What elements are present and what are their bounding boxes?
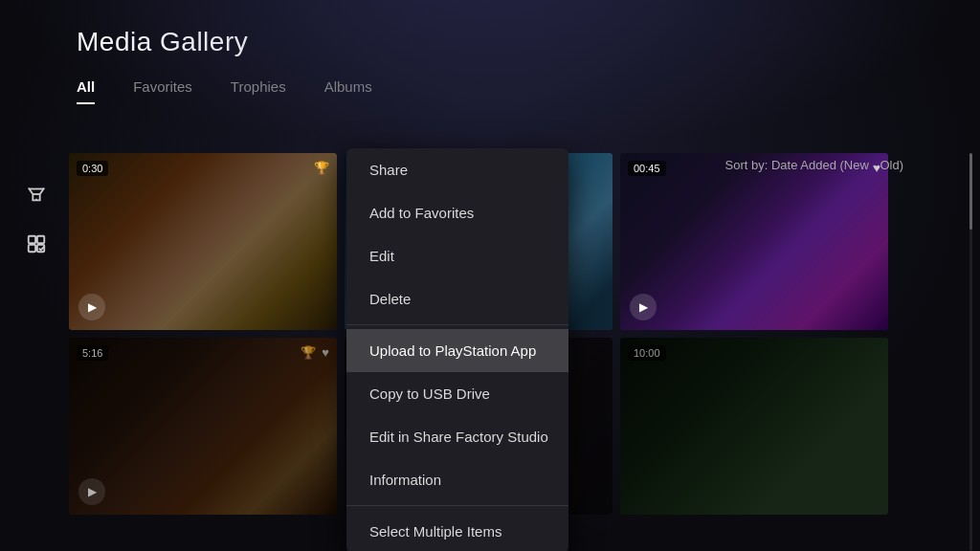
trophy-icon: 🏆 [301, 345, 316, 360]
trophy-icon: 🏆 [314, 161, 329, 175]
sidebar [19, 177, 54, 261]
tab-all[interactable]: All [77, 78, 95, 102]
menu-item-information[interactable]: Information [346, 458, 568, 501]
sort-label: Sort by: Date Added (New - Old) [725, 158, 903, 172]
menu-item-share[interactable]: Share [346, 148, 568, 191]
select-icon[interactable] [19, 227, 54, 261]
filter-icon[interactable] [19, 177, 54, 211]
play-icon[interactable]: ▶ [630, 294, 657, 320]
scrollbar[interactable] [969, 153, 972, 551]
duration-badge: 00:45 [628, 161, 666, 176]
menu-item-edit[interactable]: Edit [346, 234, 568, 277]
duration-badge: 0:30 [77, 161, 108, 176]
tab-favorites[interactable]: Favorites [133, 78, 192, 102]
tab-albums[interactable]: Albums [324, 78, 372, 102]
menu-divider-2 [346, 505, 568, 506]
scrollbar-thumb [969, 153, 972, 230]
favorite-icon: ♥ [322, 345, 329, 360]
duration-badge: 10:00 [628, 345, 666, 361]
svg-rect-4 [37, 236, 44, 243]
menu-divider-1 [346, 324, 568, 325]
context-menu: Share Add to Favorites Edit Delete Uploa… [346, 148, 568, 551]
menu-item-delete[interactable]: Delete [346, 277, 568, 320]
tab-trophies[interactable]: Trophies [231, 78, 286, 102]
header: Media Gallery All Favorites Trophies Alb… [0, 0, 980, 102]
menu-item-upload-ps-app[interactable]: Upload to PlayStation App [346, 329, 568, 372]
thumbnail-6[interactable]: 10:00 [620, 338, 888, 515]
menu-item-select-multiple[interactable]: Select Multiple Items [346, 510, 568, 551]
menu-item-add-favorites[interactable]: Add to Favorites [346, 191, 568, 234]
play-icon[interactable]: ▶ [78, 478, 105, 505]
thumb-icons: 🏆 [314, 161, 329, 175]
menu-item-edit-sharefactory[interactable]: Edit in Share Factory Studio [346, 415, 568, 458]
menu-item-copy-usb[interactable]: Copy to USB Drive [346, 372, 568, 415]
thumbnail-1[interactable]: 0:30 🏆 ▶ [69, 153, 337, 330]
play-icon[interactable]: ▶ [78, 294, 105, 320]
thumbnail-3[interactable]: 00:45 ♥ ▶ [620, 153, 888, 330]
page-title: Media Gallery [77, 27, 903, 57]
svg-rect-3 [29, 236, 35, 243]
duration-badge: 5:16 [77, 345, 108, 361]
tab-bar: All Favorites Trophies Albums [77, 78, 903, 102]
thumb-icons: 🏆 ♥ [301, 345, 329, 360]
svg-rect-5 [29, 245, 35, 252]
thumbnail-4[interactable]: 5:16 🏆 ♥ ▶ [69, 338, 337, 515]
